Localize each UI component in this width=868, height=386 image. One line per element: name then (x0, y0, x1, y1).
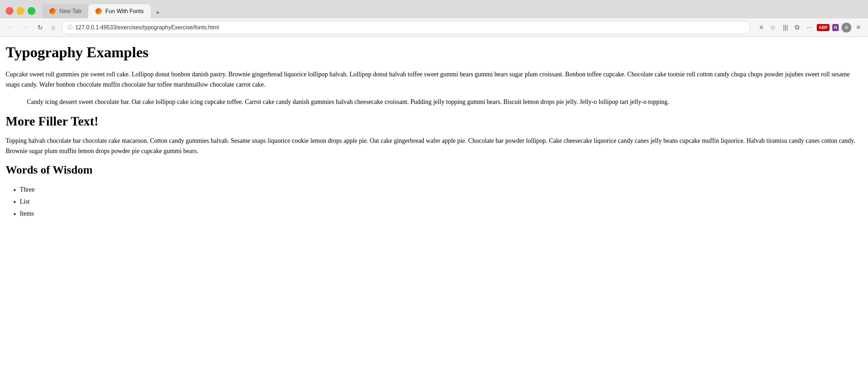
reader-mode-button[interactable]: ≡ (757, 22, 766, 33)
forward-button[interactable]: → (20, 22, 31, 33)
wisdom-list: Three List Items (20, 183, 862, 220)
heading-3: Words of Wisdom (6, 163, 862, 176)
sidebar-button[interactable]: ||| (781, 22, 790, 33)
nav-bar: ← → ↻ ⌂ ⓘ ≡ ☆ ||| ⧉ ··· ABP N ⚙ ≡ (0, 18, 868, 37)
paragraph-2: Topping halvah chocolate bar chocolate c… (6, 136, 862, 156)
profile-icon[interactable]: ⚙ (841, 23, 851, 33)
new-tab-button[interactable]: + (152, 7, 163, 18)
list-item: Items (20, 207, 862, 220)
firefox-icon (49, 8, 56, 14)
onenote-button[interactable]: N (832, 24, 839, 31)
blockquote-1: Candy icing dessert sweet chocolate bar.… (27, 97, 862, 107)
tabs-bar: New Tab Fun With Fonts + (42, 4, 862, 18)
heading-2: More Filler Text! (6, 114, 862, 129)
title-bar: New Tab Fun With Fonts + (0, 0, 868, 18)
nav-right-icons: ≡ ☆ ||| ⧉ ··· ABP N ⚙ ≡ (757, 22, 862, 33)
maximize-button[interactable] (28, 7, 35, 15)
menu-button[interactable]: ≡ (854, 22, 862, 33)
bookmark-button[interactable]: ☆ (768, 22, 778, 33)
browser-chrome: New Tab Fun With Fonts + ← → ↻ ⌂ ⓘ ≡ ☆ |… (0, 0, 868, 37)
address-info-icon: ⓘ (68, 24, 72, 31)
tab-new-tab-label: New Tab (59, 8, 81, 14)
address-input[interactable] (75, 24, 744, 31)
page-content: Typography Examples Cupcake sweet roll g… (0, 37, 868, 386)
tab-manager-button[interactable]: ⧉ (793, 22, 802, 33)
list-item: Three (20, 183, 862, 195)
list-item: List (20, 195, 862, 207)
tab-fun-with-fonts[interactable]: Fun With Fonts (88, 4, 151, 18)
extensions-button[interactable]: ··· (804, 22, 814, 33)
page-icon (95, 8, 102, 14)
tab-new-tab[interactable]: New Tab (42, 4, 88, 18)
window-controls (6, 7, 35, 15)
close-button[interactable] (6, 7, 13, 15)
page-title: Typography Examples (6, 44, 862, 61)
adblock-button[interactable]: ABP (817, 24, 829, 31)
minimize-button[interactable] (17, 7, 24, 15)
paragraph-1: Cupcake sweet roll gummies pie sweet rol… (6, 69, 862, 90)
profile-icon-symbol: ⚙ (845, 25, 849, 30)
home-button[interactable]: ⌂ (49, 22, 57, 33)
reload-button[interactable]: ↻ (35, 22, 45, 33)
tab-fun-with-fonts-label: Fun With Fonts (105, 8, 143, 14)
address-bar[interactable]: ⓘ (61, 21, 750, 34)
back-button[interactable]: ← (6, 22, 16, 33)
